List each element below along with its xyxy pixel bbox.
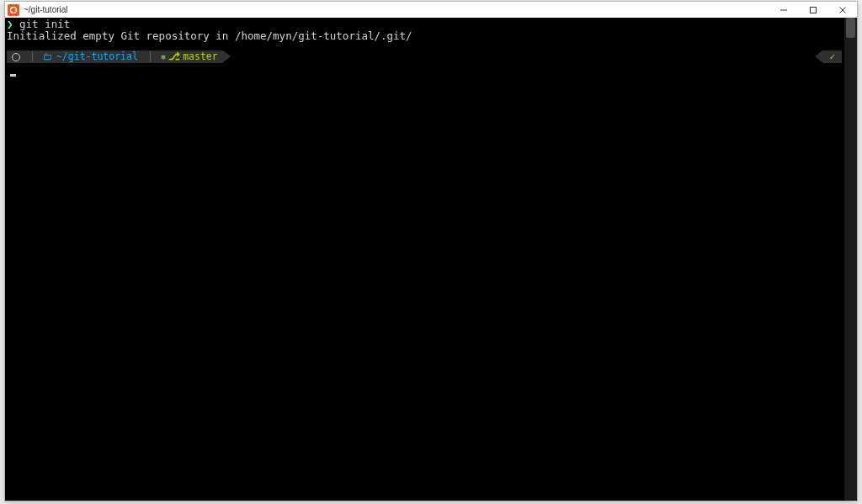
powerline-prompt: | 🗀 ~/git-tutorial | ⎈ ⎇ master ✓	[7, 50, 855, 63]
status-segment: ✓	[815, 50, 842, 63]
branch-name: master	[183, 50, 218, 63]
git-segment: ⎈ ⎇ master	[157, 50, 223, 63]
prompt-symbol: ❯	[7, 18, 13, 30]
scrollbar[interactable]	[844, 18, 857, 501]
svg-point-1	[15, 9, 17, 11]
window-controls	[769, 2, 857, 18]
svg-point-2	[11, 7, 13, 8]
path-segment: 🗀 ~/git-tutorial	[40, 50, 143, 63]
powerline-arrow-icon	[223, 50, 231, 62]
folder-icon: 🗀	[43, 50, 53, 63]
command-text: git init	[19, 18, 70, 30]
titlebar[interactable]: ~/git-tutorial	[5, 2, 857, 18]
powerline-right-arrow-icon	[815, 50, 822, 62]
input-line[interactable]	[7, 65, 855, 77]
path-text: ~/git-tutorial	[56, 50, 138, 63]
terminal-body[interactable]: ❯ git init Initialized empty Git reposit…	[5, 18, 857, 501]
ubuntu-icon	[8, 4, 19, 16]
scrollbar-thumb[interactable]	[846, 18, 855, 38]
separator: |	[25, 50, 40, 63]
os-segment	[7, 50, 25, 63]
terminal-window: ~/git-tutorial ❯ git init Initialized em…	[4, 1, 858, 501]
close-button[interactable]	[827, 2, 857, 18]
git-icon: ⎈	[161, 50, 166, 63]
cursor	[10, 74, 16, 77]
branch-icon: ⎇	[168, 50, 180, 63]
window-title: ~/git-tutorial	[24, 5, 769, 14]
output-line: Initialized empty Git repository in /hom…	[7, 30, 855, 42]
command-line: ❯ git init	[7, 19, 855, 30]
minimize-button[interactable]	[769, 2, 798, 18]
separator-2: |	[143, 50, 157, 63]
status-ok: ✓	[822, 50, 842, 63]
ubuntu-glyph-icon	[12, 53, 20, 61]
svg-point-3	[11, 11, 13, 13]
maximize-button[interactable]	[798, 2, 827, 18]
svg-rect-5	[810, 7, 816, 13]
